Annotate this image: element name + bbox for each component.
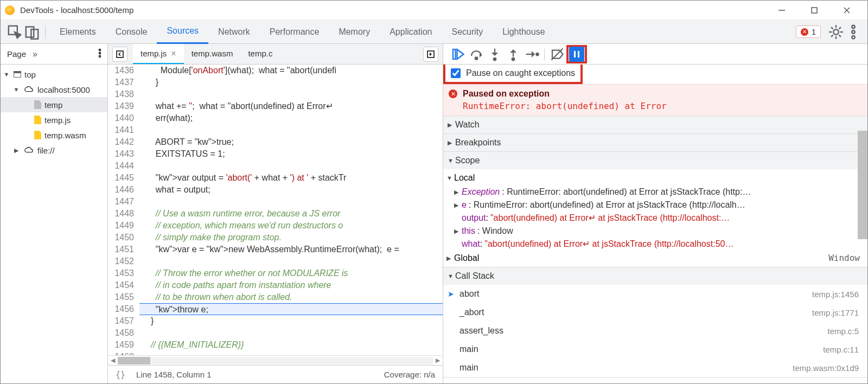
svg-rect-16 [453,49,456,59]
editor-statusbar: {} Line 1458, Column 1 Coverage: n/a [108,365,443,383]
file-tab-tempjs[interactable]: temp.js× [133,44,184,64]
pause-on-exceptions-highlight [566,45,587,63]
coverage-status: Coverage: n/a [384,370,435,379]
tab-security[interactable]: Security [442,20,493,44]
navigator-header: Page » [1,44,107,65]
scope-var-this[interactable]: ▶this: Window [443,225,867,238]
file-history-back-icon[interactable] [112,47,127,62]
exception-icon: ✕ [449,89,457,98]
scope-var-what[interactable]: what: "abort(undefined) at Error↵ at jsS… [443,238,867,251]
scope-global-header[interactable]: ▶GlobalWindow [443,251,867,266]
js-file-icon [34,116,41,124]
scope-local-header[interactable]: ▼Local [443,170,867,185]
step-out-button[interactable] [505,46,521,62]
debug-pane: Pause on caught exceptions ✕Paused on ex… [443,44,867,383]
file-tab-tempc[interactable]: temp.c [240,44,280,64]
callstack-list: ➤aborttemp.js:1456_aborttemp.js:1771asse… [443,285,867,377]
vertical-scrollbar-thumb[interactable] [858,131,867,239]
debug-toolbar [443,44,867,65]
cursor-position: Line 1458, Column 1 [136,370,211,379]
svg-point-17 [475,57,478,60]
scope-var-exception[interactable]: ▶Exception: RuntimeError: abort(undefine… [443,185,867,199]
resume-button[interactable] [450,46,466,62]
divider [45,25,46,39]
deactivate-breakpoints-button[interactable] [549,46,565,62]
svg-point-11 [99,49,100,50]
devtools-favicon [5,5,15,15]
svg-point-21 [512,57,515,60]
tree-top-frame[interactable]: ▼top [1,67,107,82]
pause-on-caught-checkbox[interactable] [451,68,461,78]
step-over-button[interactable] [468,46,484,62]
pause-on-caught-checkbox-row: Pause on caught exceptions [443,65,583,84]
window-maximize-button[interactable] [798,1,831,20]
navigator-menu-icon[interactable] [99,49,101,60]
horizontal-scrollbar[interactable]: ◀▶ [108,355,443,365]
svg-rect-1 [812,8,817,13]
tab-performance[interactable]: Performance [260,20,329,44]
tab-console[interactable]: Console [106,20,157,44]
devtools-tabbar: Elements Console Sources Network Perform… [1,20,867,44]
callstack-frame[interactable]: maintemp.c:11 [443,340,867,359]
tab-lighthouse[interactable]: Lighthouse [493,20,554,44]
step-button[interactable] [524,46,540,62]
source-area: temp.js× temp.wasm temp.c 14361437143814… [108,44,443,383]
tree-file-origin[interactable]: ▶file:// [1,143,107,158]
file-more-icon[interactable] [423,47,438,62]
wasm-file-icon [34,131,41,139]
scope-section-header[interactable]: ▼Scope [443,152,867,169]
window-titlebar: DevTools - localhost:5000/temp [1,1,867,20]
file-tab-tempwasm[interactable]: temp.wasm [184,44,241,64]
svg-point-13 [99,55,100,57]
inspect-element-icon[interactable] [6,23,23,41]
svg-rect-14 [117,51,123,57]
file-tree: ▼top ▼localhost:5000 temp temp.js temp.w… [1,65,107,383]
watch-section-header[interactable]: ▶Watch [443,116,867,133]
close-tab-icon[interactable]: × [171,49,176,59]
code-editor[interactable]: 1436143714381439144014411442144314441445… [108,65,443,355]
pause-on-caught-label: Pause on caught exceptions [466,68,575,78]
scope-var-output[interactable]: output: "abort(undefined) at Error↵ at j… [443,212,867,225]
tree-file-tempwasm[interactable]: temp.wasm [1,127,107,143]
cloud-icon [23,84,34,95]
frame-icon [14,71,21,78]
callstack-frame[interactable]: _aborttemp.js:1771 [443,303,867,322]
tab-sources[interactable]: Sources [157,20,208,44]
svg-point-10 [852,35,854,38]
breakpoints-section-header[interactable]: ▶Breakpoints [443,134,867,151]
svg-point-7 [833,29,839,35]
document-icon [34,100,41,109]
scope-var-e[interactable]: ▶e: RuntimeError: abort(undefined) at Er… [443,199,867,212]
pretty-print-icon[interactable]: {} [116,370,125,380]
exception-message: RuntimeError: abort(undefined) at Error [463,101,862,111]
line-gutter[interactable]: 1436143714381439144014411442144314441445… [108,65,139,355]
window-close-button[interactable] [831,1,863,20]
file-tabbar: temp.js× temp.wasm temp.c [108,44,443,65]
tree-origin[interactable]: ▼localhost:5000 [1,82,107,97]
device-toolbar-icon[interactable] [23,23,41,41]
callstack-frame[interactable]: maintemp.wasm:0x1d9 [443,359,867,377]
navigator-more-icon[interactable]: » [33,49,37,59]
window-minimize-button[interactable] [765,1,798,20]
window-title: DevTools - localhost:5000/temp [20,5,765,15]
step-into-button[interactable] [487,46,503,62]
pause-on-exceptions-button[interactable] [569,47,584,62]
svg-point-12 [99,52,100,54]
tab-elements[interactable]: Elements [50,20,106,44]
tree-file-tempjs[interactable]: temp.js [1,112,107,127]
tab-application[interactable]: Application [380,20,442,44]
callstack-section-header[interactable]: ▼Call Stack [443,267,867,285]
more-menu-icon[interactable] [845,23,862,41]
settings-gear-icon[interactable] [827,23,845,41]
svg-rect-5 [26,27,34,37]
paused-exception-banner: ✕Paused on exception RuntimeError: abort… [443,84,867,116]
tab-network[interactable]: Network [208,20,260,44]
cloud-icon [23,145,34,156]
page-navigator: Page » ▼top ▼localhost:5000 temp temp.js… [1,44,108,383]
code-content[interactable]: Module['onAbort'](what); what = "abort(u… [139,65,443,355]
error-count-badge[interactable]: ✕ 1 [796,25,821,38]
tree-file-temp[interactable]: temp [1,97,107,112]
tab-memory[interactable]: Memory [329,20,380,44]
callstack-frame[interactable]: assert_lesstemp.c:5 [443,322,867,340]
callstack-frame[interactable]: ➤aborttemp.js:1456 [443,285,867,303]
